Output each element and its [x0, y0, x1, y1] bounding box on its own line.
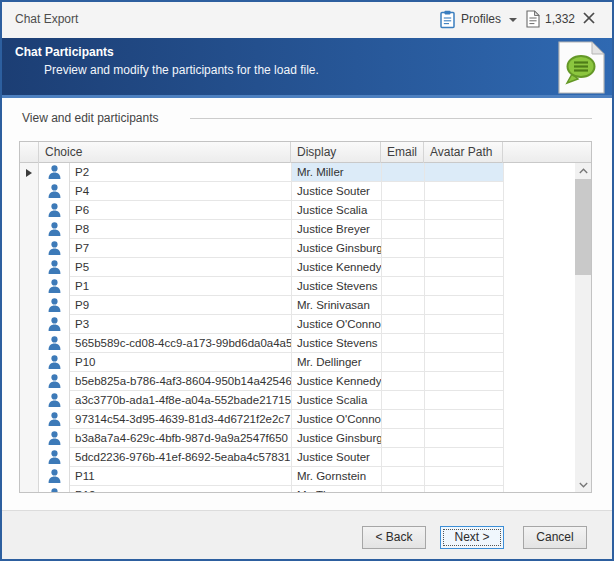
- choice-cell[interactable]: b5eb825a-b786-4af3-8604-950b14a42546: [70, 372, 292, 391]
- avatar-cell[interactable]: [425, 448, 504, 467]
- avatar-cell[interactable]: [425, 277, 504, 296]
- display-cell[interactable]: Mr. Thomas: [292, 486, 382, 493]
- table-row[interactable]: P4Justice Souter: [70, 182, 504, 201]
- email-cell[interactable]: [382, 315, 425, 334]
- email-cell[interactable]: [382, 353, 425, 372]
- scroll-down-icon[interactable]: [575, 477, 591, 493]
- scroll-up-icon[interactable]: [575, 163, 591, 179]
- display-cell[interactable]: Justice Souter: [292, 448, 382, 467]
- avatar-cell[interactable]: [425, 486, 504, 493]
- choice-cell[interactable]: 565b589c-cd08-4cc9-a173-99bd6da0a4a5: [70, 334, 292, 353]
- column-header-choice[interactable]: Choice: [39, 142, 291, 163]
- email-cell[interactable]: [382, 429, 425, 448]
- display-cell[interactable]: Justice Kennedy: [292, 258, 382, 277]
- choice-cell[interactable]: P3: [70, 315, 292, 334]
- avatar-cell[interactable]: [425, 334, 504, 353]
- back-button[interactable]: < Back: [362, 526, 426, 549]
- choice-cell[interactable]: P8: [70, 220, 292, 239]
- email-cell[interactable]: [382, 201, 425, 220]
- email-cell[interactable]: [382, 391, 425, 410]
- email-cell[interactable]: [382, 448, 425, 467]
- display-cell[interactable]: Justice Scalia: [292, 391, 382, 410]
- choice-cell[interactable]: P4: [70, 182, 292, 201]
- display-cell[interactable]: Justice Stevens: [292, 334, 382, 353]
- table-row[interactable]: 5dcd2236-976b-41ef-8692-5eaba4c57831Just…: [70, 448, 504, 467]
- choice-cell[interactable]: P5: [70, 258, 292, 277]
- vertical-scrollbar[interactable]: [575, 163, 591, 493]
- display-cell[interactable]: Justice O'Connor: [292, 410, 382, 429]
- email-cell[interactable]: [382, 277, 425, 296]
- next-button[interactable]: Next >: [440, 526, 504, 549]
- email-cell[interactable]: [382, 182, 425, 201]
- email-cell[interactable]: [382, 296, 425, 315]
- avatar-cell[interactable]: [425, 258, 504, 277]
- table-row[interactable]: a3c3770b-ada1-4f8e-a04a-552bade21715Just…: [70, 391, 504, 410]
- choice-cell[interactable]: P2: [70, 163, 292, 182]
- table-row[interactable]: P1Justice Stevens: [70, 277, 504, 296]
- table-row[interactable]: P10Mr. Dellinger: [70, 353, 504, 372]
- profiles-caret-icon[interactable]: [509, 18, 517, 22]
- display-cell[interactable]: Justice Kennedy: [292, 372, 382, 391]
- table-row[interactable]: P3Justice O'Connor: [70, 315, 504, 334]
- table-row[interactable]: P5Justice Kennedy: [70, 258, 504, 277]
- avatar-cell[interactable]: [425, 467, 504, 486]
- avatar-cell[interactable]: [425, 429, 504, 448]
- avatar-cell[interactable]: [425, 372, 504, 391]
- display-cell[interactable]: Justice Souter: [292, 182, 382, 201]
- display-cell[interactable]: Mr. Srinivasan: [292, 296, 382, 315]
- table-row[interactable]: P11Mr. Gornstein: [70, 467, 504, 486]
- table-row[interactable]: 565b589c-cd08-4cc9-a173-99bd6da0a4a5Just…: [70, 334, 504, 353]
- choice-cell[interactable]: b3a8a7a4-629c-4bfb-987d-9a9a2547f650: [70, 429, 292, 448]
- table-row[interactable]: b5eb825a-b786-4af3-8604-950b14a42546Just…: [70, 372, 504, 391]
- display-cell[interactable]: Justice Ginsburg: [292, 429, 382, 448]
- avatar-cell[interactable]: [425, 239, 504, 258]
- table-row[interactable]: P12Mr. Thomas: [70, 486, 504, 493]
- display-cell[interactable]: Mr. Dellinger: [292, 353, 382, 372]
- column-header-avatar-path[interactable]: Avatar Path: [424, 142, 503, 163]
- choice-cell[interactable]: P9: [70, 296, 292, 315]
- display-cell[interactable]: Justice Scalia: [292, 201, 382, 220]
- display-cell[interactable]: Justice Breyer: [292, 220, 382, 239]
- email-cell[interactable]: [382, 467, 425, 486]
- profiles-dropdown[interactable]: Profiles: [461, 12, 501, 26]
- display-cell[interactable]: Mr. Miller: [292, 163, 382, 182]
- choice-cell[interactable]: P11: [70, 467, 292, 486]
- avatar-cell[interactable]: [425, 296, 504, 315]
- choice-cell[interactable]: 97314c54-3d95-4639-81d3-4d6721f2e2c7: [70, 410, 292, 429]
- email-cell[interactable]: [382, 239, 425, 258]
- cancel-button[interactable]: Cancel: [523, 526, 587, 549]
- email-cell[interactable]: [382, 410, 425, 429]
- choice-cell[interactable]: P1: [70, 277, 292, 296]
- scrollbar-thumb[interactable]: [575, 179, 591, 275]
- email-cell[interactable]: [382, 486, 425, 493]
- table-row[interactable]: 97314c54-3d95-4639-81d3-4d6721f2e2c7Just…: [70, 410, 504, 429]
- display-cell[interactable]: Mr. Gornstein: [292, 467, 382, 486]
- table-row[interactable]: P7Justice Ginsburg: [70, 239, 504, 258]
- email-cell[interactable]: [382, 258, 425, 277]
- avatar-cell[interactable]: [425, 201, 504, 220]
- display-cell[interactable]: Justice Ginsburg: [292, 239, 382, 258]
- table-row[interactable]: P2Mr. Miller: [70, 163, 504, 182]
- table-row[interactable]: P8Justice Breyer: [70, 220, 504, 239]
- table-row[interactable]: b3a8a7a4-629c-4bfb-987d-9a9a2547f650Just…: [70, 429, 504, 448]
- close-icon[interactable]: [582, 11, 600, 29]
- email-cell[interactable]: [382, 220, 425, 239]
- choice-cell[interactable]: P12: [70, 486, 292, 493]
- table-row[interactable]: P9Mr. Srinivasan: [70, 296, 504, 315]
- choice-cell[interactable]: 5dcd2236-976b-41ef-8692-5eaba4c57831: [70, 448, 292, 467]
- choice-cell[interactable]: P10: [70, 353, 292, 372]
- choice-cell[interactable]: P6: [70, 201, 292, 220]
- display-cell[interactable]: Justice Stevens: [292, 277, 382, 296]
- avatar-cell[interactable]: [425, 391, 504, 410]
- email-cell[interactable]: [382, 334, 425, 353]
- choice-cell[interactable]: a3c3770b-ada1-4f8e-a04a-552bade21715: [70, 391, 292, 410]
- avatar-cell[interactable]: [425, 220, 504, 239]
- avatar-cell[interactable]: [425, 163, 504, 182]
- email-cell[interactable]: [382, 163, 425, 182]
- avatar-cell[interactable]: [425, 315, 504, 334]
- email-cell[interactable]: [382, 372, 425, 391]
- avatar-cell[interactable]: [425, 410, 504, 429]
- avatar-cell[interactable]: [425, 353, 504, 372]
- column-header-display[interactable]: Display: [291, 142, 381, 163]
- avatar-cell[interactable]: [425, 182, 504, 201]
